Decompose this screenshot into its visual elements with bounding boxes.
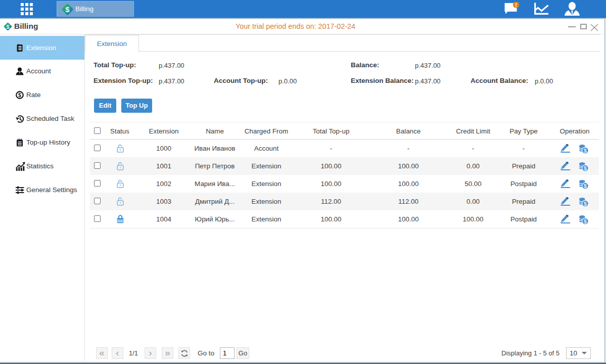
svg-text:!: !: [515, 2, 517, 8]
svg-text:$: $: [65, 5, 70, 14]
svg-text:$: $: [6, 24, 9, 30]
svg-text:$: $: [18, 92, 21, 98]
